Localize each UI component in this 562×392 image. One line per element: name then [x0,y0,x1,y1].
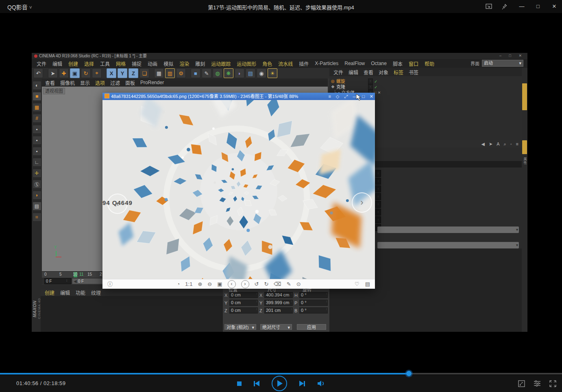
model-mode-icon[interactable]: ■ [33,92,41,101]
edges-mode-icon[interactable]: ▪ [33,136,41,145]
viewer-titlebar[interactable]: 48a67831442285.5650a4f3bdc65.png (1200×6… [102,93,375,100]
viewport-menu-item[interactable]: 过滤 [110,79,120,86]
enable-axis-icon[interactable]: ✛ [33,169,41,178]
rot-h-field[interactable]: 0 °∶ [299,292,328,298]
edit-icon[interactable]: ✎ [287,280,291,288]
playlist-settings-button[interactable] [534,380,541,387]
pos-x-field[interactable]: 0 cm∶ [229,292,258,298]
close-button[interactable]: ✕ [551,3,558,10]
viewport-menu-item[interactable]: 摄像机 [60,79,75,86]
camera-icon[interactable]: ◉ [257,68,266,78]
texture-mode-icon[interactable]: ▦ [33,103,41,112]
layout-tab-orange[interactable] [522,83,527,110]
info-icon[interactable]: ⓘ [107,280,113,288]
next-button[interactable] [299,381,305,386]
size-x-field[interactable]: 400.394 cm∶ [264,292,293,298]
frame-number-field[interactable]: 0 F [44,278,71,284]
zoom-out-icon[interactable]: ⊖ [207,280,212,288]
size-y-field[interactable]: 399.999 cm∶ [264,300,293,306]
minimize-button[interactable]: — [518,3,525,10]
seek-knob[interactable] [406,371,412,376]
render-settings-icon[interactable]: ⚙ [176,68,186,78]
frame-slider[interactable]: ◀0 F [72,278,107,284]
om-menu-item[interactable]: 文件 [333,69,343,76]
history-back-icon[interactable]: ◀ [481,142,484,147]
viewport-solo-icon[interactable]: ◗ [33,191,41,200]
enabled-check-icon[interactable]: ✓ [374,79,377,84]
add-cube-icon[interactable]: ■ [191,68,200,78]
c4d-menu-item[interactable]: 模拟 [163,60,173,67]
object-row-spiral[interactable]: ◎ 螺旋 [331,78,345,84]
viewer-close-button[interactable]: ✕ [370,93,373,100]
workplane-mode-icon[interactable]: # [33,114,41,123]
value-stepper[interactable]: ∶ [375,170,381,177]
favorite-icon[interactable]: ♡ [355,280,359,288]
c4d-menu-item[interactable]: 脚本 [393,60,403,67]
volume-button[interactable] [317,380,325,387]
value-stepper[interactable]: ∶ [375,193,381,200]
panel-menu-icon[interactable]: ≡ [516,142,518,146]
apply-button[interactable]: 应用 [297,324,326,330]
c4d-menu-item[interactable]: 文件 [37,60,46,67]
c4d-menu-item[interactable]: 运动图形 [237,60,256,67]
c4d-menu-item[interactable]: 帮助 [425,60,434,67]
material-menu-item[interactable]: 功能 [76,289,85,296]
c4d-menu-item[interactable]: Octane [371,61,387,66]
next-image-icon[interactable]: › [241,280,249,288]
c4d-menu-item[interactable]: RealFlow [344,61,365,66]
attribute-slider[interactable]: ▾ [377,242,519,248]
viewer-image-area[interactable]: 94 Q4649 ‹ › [102,100,375,279]
prev-image-icon[interactable]: ‹ [228,280,236,288]
phong-tag-icon[interactable]: ✕ [378,91,381,95]
viewer-minimize-button[interactable]: — [353,93,357,100]
previous-button[interactable] [254,381,259,386]
auto-mode-icon[interactable]: A [497,142,499,146]
c4d-menu-item[interactable]: X-Particles [315,61,338,66]
c4d-menu-item[interactable]: 运动跟踪 [211,60,231,67]
om-menu-item[interactable]: 书签 [409,69,418,76]
pos-z-field[interactable]: 0 cm∶ [229,307,258,314]
c4d-menu-item[interactable]: 编辑 [52,60,62,67]
live-selection-icon[interactable]: ➤ [48,68,58,78]
more-icon[interactable]: ⊙ [296,280,301,288]
undo-icon[interactable]: ↶ [33,68,43,78]
paint-mode-icon[interactable]: ◐ [33,81,41,90]
c4d-menu-item[interactable]: 渲染 [179,60,189,67]
rot-p-field[interactable]: 0 °∶ [299,300,328,306]
viewer-theme-icon[interactable]: ◇ [336,93,339,100]
coord-system-icon[interactable]: ❏ [139,68,149,78]
lock-z-button[interactable]: Z [129,68,138,78]
viewport-menu-item[interactable]: 面板 [125,79,135,86]
c4d-menu-item[interactable]: 插件 [299,60,309,67]
visibility-toggle[interactable]: ∶ [368,84,373,90]
viewport-menu-item[interactable]: ProRender [140,80,164,85]
c4d-menu-item[interactable]: 流水线 [278,60,293,67]
om-menu-item[interactable]: 编辑 [349,69,358,76]
lock-icon[interactable]: ◦ [510,142,512,146]
play-button[interactable] [272,376,287,391]
c4d-menu-item[interactable]: 雕刻 [195,60,205,67]
om-menu-item[interactable]: 标签 [394,69,403,76]
c4d-menu-item[interactable]: 工具 [100,60,110,67]
material-menu-item[interactable]: 编辑 [60,289,70,296]
next-image-overlay-button[interactable]: › [352,192,372,213]
material-menu-item[interactable]: 纹理 [91,289,101,296]
size-mode-dropdown[interactable]: 绝对尺寸▾ [260,324,292,330]
viewport-menu-item[interactable]: 选项 [95,79,105,86]
stop-button[interactable] [237,381,242,386]
pick-icon[interactable]: ➤ [489,142,492,147]
zoom-in-icon[interactable]: ⊕ [198,280,202,288]
actual-size-icon[interactable]: 1:1 [185,280,192,288]
material-menu-item[interactable]: 创建 [45,289,54,296]
rotate-left-icon[interactable]: ↺ [255,280,259,288]
mograph-icon[interactable]: ❋ [224,68,233,78]
simulation-icon[interactable]: ◗ [235,68,244,78]
folder-icon[interactable]: ▤ [365,280,370,288]
rotate-icon[interactable]: ↻ [81,68,91,78]
c4d-menu-item[interactable]: 网格 [116,60,126,67]
pin-button[interactable] [502,4,509,10]
maximize-button[interactable]: □ [534,3,542,10]
c4d-menu-item[interactable]: 选择 [84,60,94,67]
c4d-menu-item[interactable]: 创建 [68,60,78,67]
value-stepper[interactable]: ∶ [375,185,381,192]
